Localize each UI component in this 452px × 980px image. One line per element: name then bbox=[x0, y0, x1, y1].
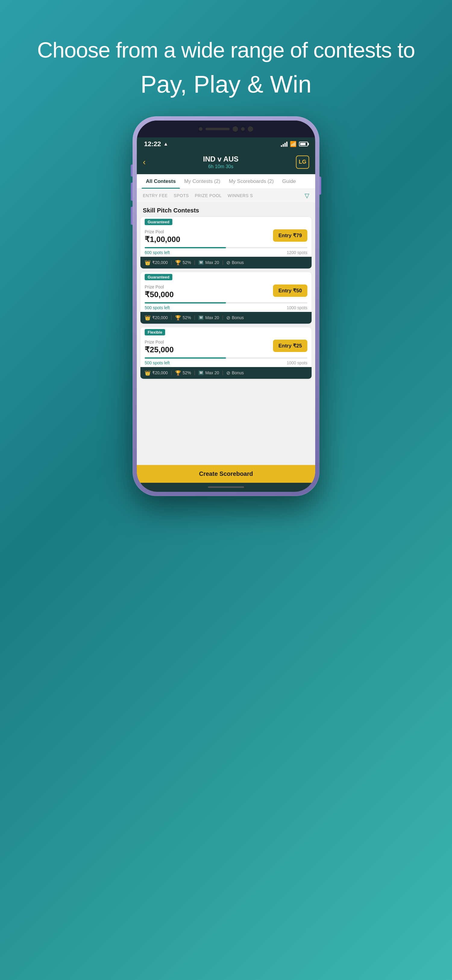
camera-dot-large bbox=[232, 126, 238, 132]
match-title: IND v AUS bbox=[203, 155, 239, 163]
prize-amount-1: ₹1,00,000 bbox=[145, 235, 273, 244]
bonus-icon-2: ⊘ bbox=[226, 315, 230, 321]
footer-stat-max-2: M Max 20 bbox=[198, 315, 219, 320]
spots-row-1: 600 spots left 1200 spots bbox=[145, 250, 307, 255]
m-icon-2: M bbox=[198, 315, 204, 320]
contest-card-3: Flexible Prize Pool ₹25,000 Entry ₹25 bbox=[140, 327, 312, 379]
crown-icon-3: 👑 bbox=[145, 370, 151, 376]
footer-stat-max-1: M Max 20 bbox=[198, 260, 219, 265]
power-button bbox=[320, 177, 321, 195]
progress-bar-bg-3 bbox=[145, 357, 307, 359]
spots-row-3: 500 spots left 1000 spots bbox=[145, 360, 307, 365]
card-footer-1: 👑 ₹20,000 | 🏆 52% | M Max 20 bbox=[140, 257, 312, 269]
spots-left-3: 500 spots left bbox=[145, 360, 170, 365]
filter-entry-fee[interactable]: ENTRY FEE bbox=[143, 193, 168, 198]
location-arrow-icon: ▲ bbox=[163, 142, 168, 147]
battery-icon bbox=[299, 142, 308, 146]
create-scoreboard-button[interactable]: Create Scoreboard bbox=[137, 465, 315, 483]
signal-icon bbox=[281, 142, 288, 147]
status-time: 12:22 ▲ bbox=[144, 140, 168, 148]
card-header-1: Guaranteed bbox=[140, 217, 312, 227]
progress-bar-fill-2 bbox=[145, 302, 226, 304]
footer-stat-max-3: M Max 20 bbox=[198, 371, 219, 375]
front-camera bbox=[248, 126, 253, 132]
leaderboard-icon[interactable]: LG bbox=[296, 156, 309, 169]
tab-all-contests[interactable]: All Contests bbox=[142, 174, 180, 189]
progress-area-3: 500 spots left 1000 spots bbox=[140, 357, 312, 367]
card-header-2: Guaranteed bbox=[140, 272, 312, 282]
signal-bar-4 bbox=[286, 142, 288, 147]
card-body-3: Prize Pool ₹25,000 Entry ₹25 bbox=[140, 337, 312, 357]
progress-bar-bg-2 bbox=[145, 302, 307, 304]
m-icon-3: M bbox=[198, 371, 204, 375]
card-body-2: Prize Pool ₹50,000 Entry ₹50 bbox=[140, 282, 312, 302]
match-info: IND v AUS 6h 10m 30s bbox=[203, 155, 239, 169]
entry-button-3[interactable]: Entry ₹25 bbox=[273, 340, 307, 352]
progress-bar-bg-1 bbox=[145, 247, 307, 248]
camera-dot-small bbox=[199, 127, 202, 131]
spots-left-1: 600 spots left bbox=[145, 250, 170, 255]
headline-section: Choose from a wide range of contests to … bbox=[37, 36, 415, 98]
volume-down-button bbox=[131, 207, 132, 225]
phone-top-bar bbox=[137, 121, 315, 137]
footer-stat-bonus-1: ⊘ Bonus bbox=[226, 260, 244, 266]
footer-stat-bonus-2: ⊘ Bonus bbox=[226, 315, 244, 321]
footer-stat-pct-3: 🏆 52% bbox=[175, 370, 191, 376]
footer-stat-bonus-3: ⊘ Bonus bbox=[226, 370, 244, 376]
prize-info-3: Prize Pool ₹25,000 bbox=[145, 340, 273, 355]
progress-area-2: 500 spots left 1000 spots bbox=[140, 302, 312, 312]
tab-my-contests[interactable]: My Contests (2) bbox=[180, 174, 224, 189]
card-header-3: Flexible bbox=[140, 327, 312, 337]
section-title: Skill Pitch Contests bbox=[137, 202, 315, 217]
badge-guaranteed-1: Guaranteed bbox=[145, 219, 172, 225]
back-button[interactable]: ‹ bbox=[143, 157, 146, 167]
prize-label-2: Prize Pool bbox=[145, 285, 273, 289]
total-spots-2: 1000 spots bbox=[287, 305, 308, 310]
prize-label-3: Prize Pool bbox=[145, 340, 273, 344]
volume-up-button bbox=[131, 183, 132, 201]
entry-button-1[interactable]: Entry ₹79 bbox=[273, 229, 307, 242]
m-icon-1: M bbox=[198, 260, 204, 265]
card-footer-2: 👑 ₹20,000 | 🏆 52% | M Max 20 bbox=[140, 312, 312, 324]
footer-stat-prize-2: 👑 ₹20,000 bbox=[145, 315, 168, 321]
prize-amount-3: ₹25,000 bbox=[145, 345, 273, 355]
filter-prize-pool[interactable]: PRIZE POOL bbox=[195, 193, 222, 198]
signal-bar-3 bbox=[285, 143, 286, 147]
footer-stat-pct-1: 🏆 52% bbox=[175, 260, 191, 266]
crown-icon-2: 👑 bbox=[145, 315, 151, 321]
tab-my-scoreboards[interactable]: My Scoreboards (2) bbox=[224, 174, 278, 189]
filter-bar: ENTRY FEE SPOTS PRIZE POOL WINNERS S ▽ bbox=[137, 189, 315, 202]
progress-bar-fill-3 bbox=[145, 357, 226, 359]
headline-line2: Pay, Play & Win bbox=[37, 70, 415, 98]
speaker-bar bbox=[205, 128, 230, 130]
tabs-bar: All Contests My Contests (2) My Scoreboa… bbox=[137, 174, 315, 189]
filter-winners[interactable]: WINNERS S bbox=[228, 193, 253, 198]
footer-stat-pct-2: 🏆 52% bbox=[175, 315, 191, 321]
camera-area bbox=[199, 126, 253, 132]
contest-card-2: Guaranteed Prize Pool ₹50,000 Entry ₹50 bbox=[140, 272, 312, 324]
wifi-icon: 📶 bbox=[290, 141, 296, 147]
prize-info-2: Prize Pool ₹50,000 bbox=[145, 285, 273, 299]
signal-bar-2 bbox=[283, 144, 284, 147]
app-header: ‹ IND v AUS 6h 10m 30s LG bbox=[137, 151, 315, 174]
entry-button-2[interactable]: Entry ₹50 bbox=[273, 285, 307, 297]
match-timer: 6h 10m 30s bbox=[203, 164, 239, 169]
filter-icon[interactable]: ▽ bbox=[305, 192, 309, 199]
footer-stat-prize-3: 👑 ₹20,000 bbox=[145, 370, 168, 376]
trophy-icon-1: 🏆 bbox=[175, 260, 181, 266]
home-indicator bbox=[137, 483, 315, 492]
crown-icon-1: 👑 bbox=[145, 260, 151, 266]
card-footer-3: 👑 ₹20,000 | 🏆 52% | M Max 20 bbox=[140, 367, 312, 379]
spots-left-2: 500 spots left bbox=[145, 305, 170, 310]
home-bar bbox=[208, 486, 244, 488]
phone-screen: 12:22 ▲ 📶 ‹ bbox=[137, 137, 315, 492]
filter-spots[interactable]: SPOTS bbox=[174, 193, 189, 198]
tab-guide[interactable]: Guide bbox=[278, 174, 300, 189]
badge-flexible-3: Flexible bbox=[145, 329, 165, 336]
headline-line1: Choose from a wide range of contests to bbox=[37, 36, 415, 65]
signal-bar-1 bbox=[281, 145, 282, 147]
total-spots-3: 1000 spots bbox=[287, 360, 308, 365]
status-bar: 12:22 ▲ 📶 bbox=[137, 137, 315, 151]
sensor-dot bbox=[241, 127, 245, 131]
trophy-icon-2: 🏆 bbox=[175, 315, 181, 321]
